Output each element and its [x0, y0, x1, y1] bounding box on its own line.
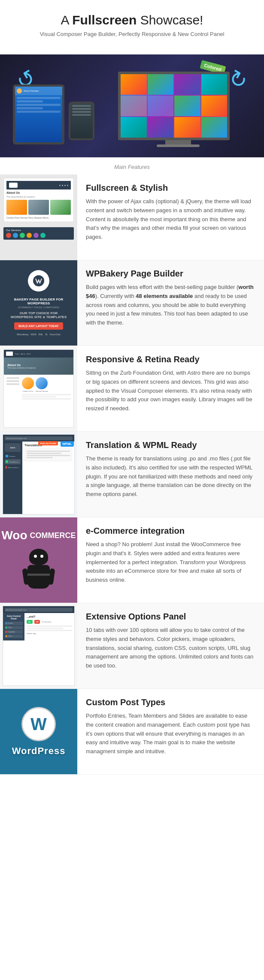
website-page-label: website pag... [27, 632, 72, 634]
options-main: ...ent? On Off On the them... website pa… [24, 613, 74, 640]
service-icon-1 [6, 233, 11, 238]
feature-img-6-inner: http://www.sitesample.com Astro Control … [0, 603, 77, 688]
about-us-photos [6, 200, 71, 215]
wpbakery-formerly: (FORMERLY VISUAL COMPOSER) [18, 306, 59, 309]
monitor-cell-5 [121, 96, 147, 116]
feature-title-5: e-Commerce integration [86, 526, 255, 536]
options-menu-item-1[interactable]: General [5, 622, 23, 625]
tablet-row-2 [17, 100, 43, 102]
trans-menu-label-1: Portfolio [9, 455, 15, 457]
toggle-on[interactable]: On [27, 620, 33, 624]
about-us-mockup: About Us The faces behind all creations … [3, 178, 74, 222]
options-text-rows: website pag... [27, 625, 72, 634]
service-icon-4 [27, 233, 32, 238]
our-services-title: Our Services [6, 229, 71, 231]
trans-logo-text: astro [10, 446, 15, 449]
monitor-mockup [118, 72, 238, 153]
phone-row-3 [72, 111, 91, 113]
monitor-screen-inner [121, 74, 227, 138]
tablet-avatar [17, 88, 22, 93]
options-header: http://www.sitesample.com [3, 606, 74, 613]
feature-image-4: http://www.sitesample.com astro Portfoli… [0, 432, 77, 517]
trans-body: astro Portfolio Translations Woocom [3, 442, 74, 514]
astro-badge: Astro by Fresks [38, 441, 58, 445]
feature-img-1-inner: About Us The faces behind all creations … [0, 174, 77, 260]
toggle-off[interactable]: Off [34, 620, 40, 624]
options-url-bar: http://www.sitesample.com [5, 608, 73, 612]
options-menu-item-4[interactable]: Social [5, 634, 23, 638]
tablet-content [15, 95, 62, 142]
options-menu-label-1: General [8, 622, 13, 624]
resp-nav-3: Work [27, 353, 30, 355]
about-us-header [6, 181, 71, 189]
resp-banner-title: About Us [7, 364, 36, 367]
feature-text-6: 10 tabs with over 100 options will allow… [86, 626, 255, 670]
wordpress-circle: W [21, 707, 56, 741]
ninja-eye-left [34, 555, 37, 558]
feature-title-1: Fullscreen & Stylish [86, 183, 255, 193]
hero-title-bold: Fullscreen [72, 13, 137, 27]
wpbakery-logo-asus: ASUS [30, 333, 36, 336]
feature-section-7: W WordPress Custom Post Types Portfolio … [0, 689, 264, 775]
feature-section-4: http://www.sitesample.com astro Portfoli… [0, 432, 264, 517]
phone-mockup [69, 102, 94, 144]
resp-person-name-2: Herman Strauss [36, 390, 48, 392]
options-menu-label-3: Typography [8, 631, 15, 633]
resp-main: Charles Perry Herman Strauss [22, 377, 71, 400]
tablet-row-4 [17, 107, 43, 109]
feature-image-2: BAKERY PAGE BUILDER FOR WORDPRESS (FORME… [0, 260, 77, 346]
options-menu-label-4: Social [8, 635, 12, 637]
trans-menu-item-1[interactable]: Portfolio [5, 454, 21, 459]
trans-menu-icon-3 [6, 466, 7, 469]
our-services-bar: Our Services [3, 227, 74, 240]
wpbakery-logos: Bloomberg ASUS DHL 31 Coca-Cola [17, 333, 61, 336]
feature-section-1: About Us The faces behind all creations … [0, 174, 264, 260]
feature-image-1: About Us The faces behind all creations … [0, 174, 77, 260]
tablet-row-5 [17, 111, 61, 113]
about-photo-2 [28, 200, 49, 215]
trans-menu-item-3[interactable]: Woocommerc... [5, 465, 21, 470]
options-dot-3 [6, 631, 7, 633]
feature-img-4-inner: http://www.sitesample.com astro Portfoli… [0, 432, 77, 517]
options-menu-item-3[interactable]: Typography [5, 630, 23, 634]
feature-title-6: Extensive Options Panel [86, 612, 255, 622]
main-features-label: Main Features [0, 157, 264, 174]
options-dot-2 [6, 627, 7, 628]
tablet-name: Anne Ferraro [24, 90, 39, 92]
wpbakery-button[interactable]: BUILD ANY LAYOUT TODAY [14, 322, 63, 330]
ninja-arm-left [22, 568, 29, 585]
phone-screen-inner [70, 103, 93, 138]
options-text-row-1 [27, 625, 72, 627]
trans-menu-item-2[interactable]: Translations [5, 459, 21, 464]
nav-dot-3 [64, 185, 66, 186]
feature-img-2-inner: BAKERY PAGE BUILDER FOR WORDPRESS (FORME… [0, 260, 77, 346]
feature-content-6: Extensive Options Panel 10 tabs with ove… [77, 603, 264, 688]
monitor-cell-11 [174, 117, 200, 138]
trans-menu-label-2: Translations [9, 461, 18, 463]
options-sidebar: Astro Control Panel General Colors Typog… [3, 613, 24, 640]
resp-nav-2: About [21, 353, 25, 355]
about-photo-3 [50, 200, 71, 215]
feature-title-4: Translation & WPML Ready [86, 440, 255, 450]
about-us-title: About Us [6, 191, 71, 194]
tablet-row-3 [17, 104, 61, 106]
resp-text-rows [22, 394, 71, 400]
feature-text-4: The theme is ready for translations usin… [86, 454, 255, 499]
device-showcase-inner: ↺ ↺ Colored [0, 54, 264, 157]
options-dot-4 [6, 635, 7, 637]
resp-nav-1: Home [15, 353, 20, 355]
feature-title-3: Responsive & Retina Ready [86, 355, 255, 364]
feature-text-2: Build pages with less effort with the be… [86, 283, 255, 328]
resp-person-2: Herman Strauss [36, 377, 48, 392]
feature-content-4: Translation & WPML Ready The theme is re… [77, 432, 264, 517]
wpbakery-logo-bloomberg: Bloomberg [17, 333, 28, 336]
feature-content-3: Responsive & Retina Ready Sitting on the… [77, 346, 264, 431]
trans-url-bar: http://www.sitesample.com [5, 436, 73, 440]
monitor-cell-3 [174, 74, 200, 95]
monitor-cell-2 [148, 74, 174, 95]
options-menu-item-2[interactable]: Colors [5, 626, 23, 629]
feature-image-3: Home About Work About Us The faces behin… [0, 346, 77, 431]
options-admin-title: Astro Control Panel [5, 615, 23, 620]
wordpress-logo: W [21, 707, 56, 741]
resp-sidebar [6, 377, 19, 400]
